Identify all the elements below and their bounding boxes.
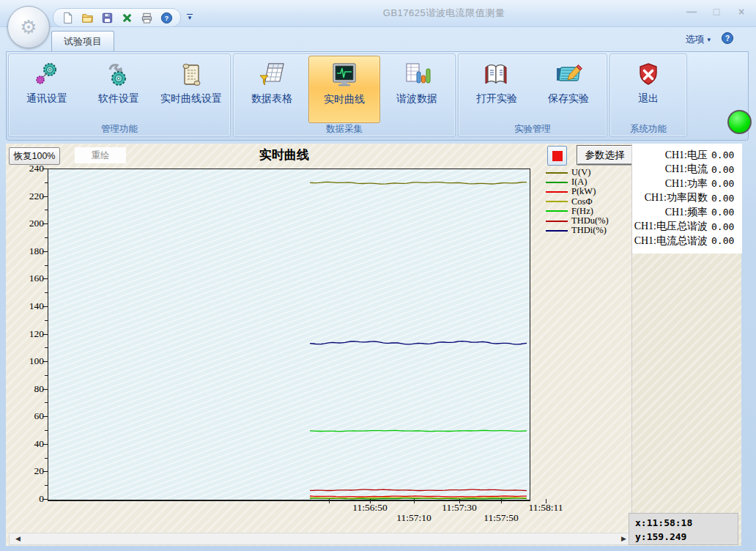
maximize-button[interactable]: □ — [709, 6, 724, 18]
open-file-icon[interactable] — [81, 11, 94, 24]
params-select-button[interactable]: 参数选择 — [577, 145, 633, 165]
help-button[interactable]: ? — [721, 32, 734, 45]
ribbon-tab-row: 试验项目 选项▾ ? — [0, 26, 756, 51]
series-THDi(%) — [310, 341, 527, 344]
y-axis-tick — [42, 223, 48, 224]
y-axis-label: 220 — [10, 191, 44, 201]
ribbon-button-data-table[interactable]: 数据表格 — [237, 56, 307, 123]
y-axis-label: 100 — [10, 355, 44, 366]
measurement-value: 0.00 — [711, 178, 742, 189]
y-axis-label: 160 — [10, 273, 44, 284]
y-axis-tick — [42, 251, 48, 252]
y-axis-tick — [42, 334, 48, 335]
chart-panel: 恢复100% 重绘 实时曲线 参数选择 U(V)I(A)P(kW)CosΦF(H… — [6, 144, 631, 546]
excel-export-icon[interactable] — [120, 11, 133, 24]
measurements-list: CH1:电压0.00CH1:电流0.00CH1:功率0.00CH1:功率因数0.… — [632, 144, 742, 254]
close-button[interactable]: × — [734, 6, 749, 18]
y-axis-label: 0 — [10, 493, 44, 504]
ribbon-button-label: 数据表格 — [251, 92, 292, 106]
y-axis-minor-tick — [45, 485, 48, 486]
ribbon-group: 退出系统功能 — [609, 53, 687, 137]
y-axis-minor-tick — [45, 320, 48, 321]
y-axis-label: 200 — [10, 218, 44, 229]
x-axis-label: 11:58:11 — [529, 502, 563, 514]
ribbon-button-save-experiment[interactable]: 保存实验 — [533, 56, 604, 123]
data-table-icon — [257, 59, 286, 90]
save-experiment-icon — [554, 59, 583, 90]
legend-line-swatch — [546, 172, 568, 174]
scroll-left-icon[interactable]: ◀ — [15, 534, 21, 544]
stop-square-icon — [552, 151, 563, 161]
ribbon-button-comm-settings[interactable]: 通讯设置 — [12, 56, 82, 123]
y-axis-minor-tick — [45, 347, 48, 348]
y-axis-minor-tick — [45, 237, 48, 238]
measurement-value: 0.00 — [711, 164, 742, 175]
chart-title: 实时曲线 — [211, 147, 357, 163]
y-axis-tick — [42, 169, 48, 169]
software-settings-icon — [104, 59, 133, 90]
series-U(V) — [310, 182, 527, 185]
y-axis-minor-tick — [45, 430, 48, 431]
ribbon-button-exit[interactable]: 退出 — [613, 56, 683, 123]
horizontal-scrollbar[interactable]: ◀ ▶ — [9, 533, 633, 545]
scroll-right-icon[interactable]: ▶ — [621, 534, 626, 544]
measurement-label: CH1:功率因数 — [632, 191, 708, 204]
x-axis-tick — [329, 499, 330, 503]
tab-test-items[interactable]: 试验项目 — [51, 31, 114, 51]
ribbon-group: 数据表格实时曲线谐波数据数据采集 — [233, 53, 456, 137]
curves — [48, 169, 530, 500]
measurement-value: 0.00 — [711, 235, 742, 246]
new-document-icon[interactable] — [61, 11, 74, 24]
svg-text:?: ? — [164, 13, 168, 21]
y-axis-minor-tick — [45, 292, 48, 293]
legend-item: THDi(%) — [546, 226, 632, 235]
legend-label: THDi(%) — [571, 225, 607, 236]
measurement-value: 0.00 — [711, 149, 742, 160]
y-axis-tick — [42, 499, 48, 500]
realtime-curve-icon — [330, 60, 359, 91]
y-axis-tick — [42, 278, 48, 279]
ribbon-button-software-settings[interactable]: 软件设置 — [84, 56, 154, 123]
x-axis-label: 11:57:30 — [442, 502, 477, 514]
legend-item: F(Hz) — [546, 207, 632, 216]
comm-settings-icon — [32, 59, 62, 90]
options-menu[interactable]: 选项▾ — [685, 33, 711, 46]
ribbon-group-label: 管理功能 — [9, 123, 230, 136]
stop-button[interactable] — [547, 146, 567, 166]
measurement-row: CH1:功率因数0.00 — [632, 191, 742, 206]
ribbon-group: 打开实验保存实验实验管理 — [458, 53, 607, 137]
customize-toolbar-icon[interactable]: ▾ — [183, 10, 196, 24]
ribbon-button-realtime-curve[interactable]: 实时曲线 — [308, 56, 380, 123]
ribbon-group-label: 实验管理 — [459, 123, 607, 136]
y-axis-tick — [42, 306, 48, 307]
help-icon[interactable]: ? — [160, 11, 173, 24]
measurement-value: 0.00 — [711, 193, 742, 204]
measurement-row: CH1:电流总谐波0.00 — [632, 234, 742, 248]
redraw-button[interactable]: 重绘 — [75, 147, 126, 163]
plot-area[interactable] — [48, 169, 530, 501]
y-axis-label: 40 — [10, 438, 44, 449]
series-THDu(%) — [310, 489, 527, 491]
quick-access-toolbar: ? — [53, 8, 181, 27]
measurement-row: CH1:电压总谐波0.00 — [632, 220, 742, 234]
ribbon-button-open-experiment[interactable]: 打开实验 — [462, 56, 532, 123]
y-axis-label: 80 — [10, 383, 44, 394]
ribbon-button-harmonic-data[interactable]: 谐波数据 — [382, 56, 452, 123]
cursor-readout: x:11:58:18 y:159.249 — [629, 513, 738, 545]
cursor-x: x:11:58:18 — [635, 516, 738, 530]
ribbon-button-curve-settings[interactable]: 实时曲线设置 — [155, 56, 227, 123]
save-icon[interactable] — [100, 11, 114, 24]
y-axis-label: 120 — [10, 328, 44, 339]
status-indicator — [727, 110, 752, 134]
y-axis-tick — [42, 389, 48, 390]
minimize-button[interactable]: — — [684, 6, 699, 18]
y-axis-label: 140 — [10, 300, 44, 311]
ribbon-button-label: 实时曲线设置 — [160, 92, 222, 106]
legend-item: P(kW) — [546, 187, 632, 196]
legend-line-swatch — [546, 221, 568, 222]
legend-line-swatch — [546, 182, 568, 183]
print-icon[interactable] — [140, 11, 153, 24]
legend-item: U(V) — [546, 168, 632, 177]
application-menu-button[interactable]: ⚙ — [7, 6, 50, 48]
ribbon-button-label: 通讯设置 — [26, 92, 67, 106]
